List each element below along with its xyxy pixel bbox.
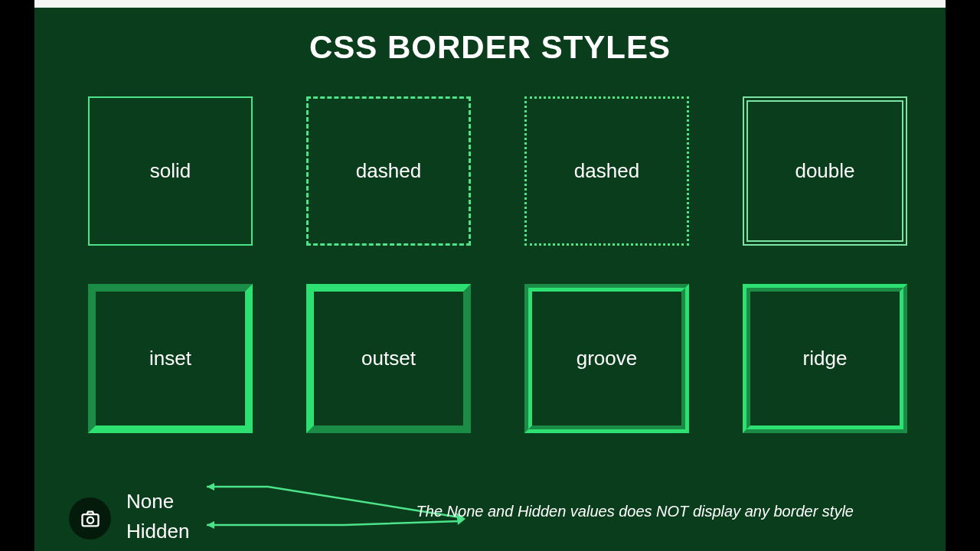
svg-marker-1 (207, 521, 214, 529)
none-hidden-labels: None Hidden (126, 490, 189, 543)
footer-area: None Hidden The None and Hidden values d… (34, 459, 946, 551)
box-dotted: dashed (524, 96, 689, 246)
svg-point-4 (87, 517, 93, 523)
box-groove: groove (524, 284, 689, 433)
box-label: outset (361, 347, 416, 370)
camera-icon[interactable] (69, 497, 111, 540)
box-solid: solid (88, 96, 253, 246)
box-double: double (743, 96, 907, 246)
box-label: double (795, 159, 854, 183)
svg-marker-0 (207, 483, 214, 491)
box-label: solid (150, 159, 191, 183)
box-outset: outset (306, 284, 471, 433)
page-title: CSS BORDER STYLES (73, 29, 907, 66)
box-label: inset (149, 347, 191, 370)
label-none-text: None (126, 490, 174, 514)
label-none: None (126, 490, 189, 514)
border-examples-grid: solid dashed dashed double inset outset … (73, 96, 907, 433)
box-label: dashed (356, 159, 421, 183)
footer-caption: The None and Hidden values does NOT disp… (416, 503, 854, 520)
svg-rect-3 (82, 514, 98, 526)
box-ridge: ridge (743, 284, 907, 433)
slide-container: CSS BORDER STYLES solid dashed dashed do… (34, 0, 946, 551)
box-dashed: dashed (306, 96, 471, 246)
box-label: ridge (803, 347, 848, 370)
box-label: dashed (574, 159, 639, 183)
box-inset: inset (88, 284, 253, 433)
label-hidden-text: Hidden (126, 520, 189, 543)
top-strip (34, 0, 946, 8)
label-hidden: Hidden (126, 520, 189, 543)
box-label: groove (577, 347, 638, 370)
